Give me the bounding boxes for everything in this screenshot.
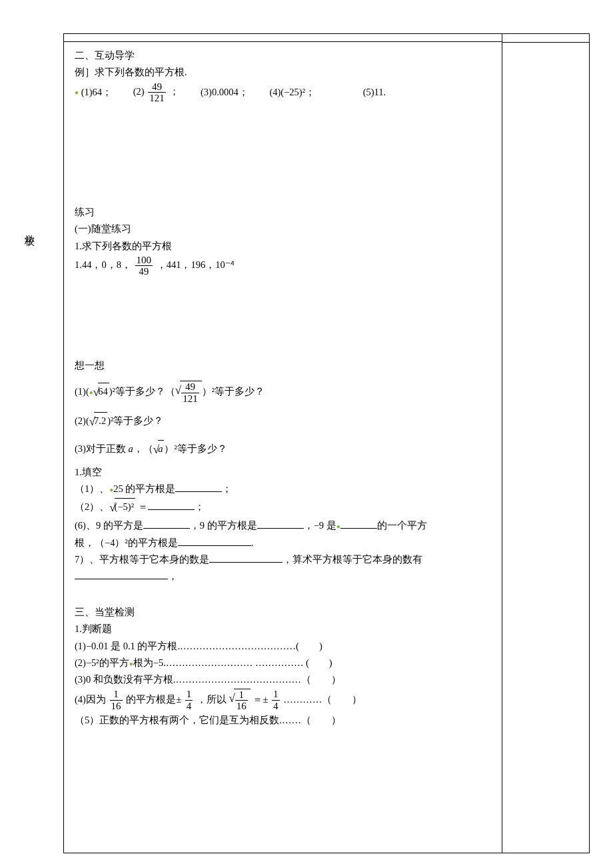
frac-num: 1 bbox=[185, 689, 193, 701]
fill-1: （1）、●25 的平方根是； bbox=[75, 481, 495, 497]
ex-item-3: (3)0.0004； bbox=[201, 84, 249, 101]
judge-5: （5）正数的平方根有两个，它们是互为相反数.……（ ） bbox=[75, 712, 495, 729]
practice-list-pre: 1.44，0，8， bbox=[75, 259, 131, 270]
fill-2: （2）、(−5)² ＝； bbox=[75, 498, 495, 518]
fill-7-c: ， bbox=[168, 571, 178, 581]
example-label: 例］求下列各数的平方根. bbox=[75, 64, 495, 81]
ex-item-5: (5)11. bbox=[363, 84, 386, 101]
fraction-1-16: 116 bbox=[235, 689, 248, 712]
fill-7-line2: ， bbox=[75, 568, 495, 585]
think-q1-c: ）²等于多少？ bbox=[202, 386, 265, 397]
think-q1-b: )²等于多少？（ bbox=[109, 386, 175, 397]
fraction-1-4: 14 bbox=[185, 689, 193, 711]
section-3-heading: 三、当堂检测 bbox=[75, 604, 495, 621]
fill-1-b: 25 的平方根是 bbox=[113, 483, 175, 494]
blank bbox=[340, 519, 377, 529]
fill-6-c: ，−9 是 bbox=[304, 520, 336, 531]
frac-den: 121 bbox=[148, 93, 166, 104]
section-2-heading: 二、互动导学 bbox=[75, 47, 495, 64]
think-q3-a: (3)对于正数 bbox=[75, 443, 129, 454]
ex-item-4: (4)(−25)²； bbox=[269, 84, 315, 101]
spacer bbox=[75, 404, 495, 412]
j4-b: 的平方根是± bbox=[126, 693, 181, 704]
fraction-49-121: 49121 bbox=[181, 381, 199, 404]
frac-den: 4 bbox=[272, 701, 280, 712]
frac-den: 49 bbox=[135, 266, 153, 277]
fill-6-d: 的一个平方 bbox=[377, 520, 427, 531]
blank bbox=[75, 570, 168, 579]
radicand: a bbox=[158, 440, 164, 457]
think-q3-b: ，（ bbox=[133, 443, 153, 454]
margin-label-text: 学校 bbox=[25, 227, 35, 229]
sqrt-1-16: 116 bbox=[229, 689, 251, 712]
judge-sub: 1.判断题 bbox=[75, 621, 495, 637]
frac-num: 1 bbox=[235, 689, 248, 701]
think-heading: 想一想 bbox=[75, 357, 495, 374]
practice-p1: 1.求下列各数的平方根 bbox=[75, 238, 495, 255]
margin-label-school: 学校 bbox=[23, 227, 36, 229]
blank bbox=[175, 483, 222, 492]
fill-6-line1: (6)、9 的平方是，9 的平方根是，−9 是●的一个平方 bbox=[75, 517, 495, 534]
fill-7-a: 7）、平方根等于它本身的数是 bbox=[75, 554, 209, 565]
think-q1-a: (1)( bbox=[75, 386, 89, 397]
spacer bbox=[75, 104, 495, 204]
page-frame: 二、互动导学 例］求下列各数的平方根. ● (1)64； (2) 49 121 … bbox=[63, 33, 590, 853]
fill-2-b: ＝ bbox=[135, 501, 148, 512]
judge-2: (2)−5²的平方●根为−5.……………………… …………… ( ) bbox=[75, 655, 495, 671]
spacer bbox=[75, 277, 495, 357]
fraction-1-4: 14 bbox=[272, 689, 280, 711]
j4-d: ＝± bbox=[253, 693, 268, 704]
judge-3: (3)0 和负数没有平方根.…………………………………（ ） bbox=[75, 671, 495, 688]
think-q3-c: ）²等于多少？ bbox=[164, 443, 227, 454]
frac-num: 49 bbox=[181, 381, 199, 393]
fraction-49-121: 49 121 bbox=[148, 81, 166, 104]
fill-6-f: . bbox=[251, 537, 254, 548]
sqrt-49-121: 49121 bbox=[175, 381, 202, 404]
think-q2-b: )²等于多少？ bbox=[107, 415, 163, 426]
fill-7-b: ，算术平方根等于它本身的数有 bbox=[283, 554, 422, 565]
main-column: 二、互动导学 例］求下列各数的平方根. ● (1)64； (2) 49 121 … bbox=[64, 34, 502, 853]
fraction-100-49: 100 49 bbox=[135, 255, 153, 277]
example-items: ● (1)64； (2) 49 121 ； (3)0.0004； (4)(−25… bbox=[75, 81, 495, 104]
judge-2-text: (2)−5²的平方 bbox=[75, 657, 129, 668]
fill-heading: 1.填空 bbox=[75, 464, 495, 481]
sqrt-neg5sq: (−5)² bbox=[109, 498, 135, 518]
fill-6-line2: 根，（−4）²的平方根是. bbox=[75, 535, 495, 551]
blank bbox=[209, 553, 283, 563]
practice-heading: 练习 bbox=[75, 204, 495, 221]
side-column bbox=[502, 42, 589, 853]
blank bbox=[148, 501, 195, 510]
practice-sub: (一)随堂练习 bbox=[75, 221, 495, 237]
fill-1-c: ； bbox=[222, 483, 232, 494]
j4-a: (4)因为 bbox=[75, 693, 106, 704]
fill-7-line1: 7）、平方根等于它本身的数是，算术平方根等于它本身的数有 bbox=[75, 551, 495, 568]
j4-e: …………（ ） bbox=[283, 693, 362, 704]
think-q1: (1)(●64)²等于多少？（49121）²等于多少？ bbox=[75, 381, 495, 404]
frac-num: 49 bbox=[148, 81, 166, 93]
sqrt-a: a bbox=[153, 440, 165, 460]
fill-1-a: （1）、 bbox=[75, 483, 109, 494]
frac-num: 1 bbox=[272, 689, 280, 701]
sqrt-64: 64 bbox=[93, 383, 109, 403]
sqrt-7-2: 7.2 bbox=[89, 412, 107, 432]
think-q2: (2)(7.2)²等于多少？ bbox=[75, 412, 495, 432]
think-q3: (3)对于正数 a，（a）²等于多少？ bbox=[75, 440, 495, 460]
blank bbox=[143, 519, 190, 529]
radicand: (−5)² bbox=[115, 498, 135, 515]
ex-item-2-post: ； bbox=[169, 86, 179, 97]
radicand: 64 bbox=[98, 383, 109, 400]
practice-list-post: ，441，196，10⁻⁴ bbox=[157, 259, 235, 270]
frac-num: 1 bbox=[110, 689, 123, 701]
radicand: 7.2 bbox=[94, 412, 107, 429]
fill-6-e: 根，（−4）²的平方根是 bbox=[75, 537, 178, 548]
frac-den: 121 bbox=[181, 393, 199, 405]
ex-item-1: (1)64； bbox=[81, 84, 112, 101]
fraction-1-16: 116 bbox=[110, 689, 123, 711]
blank bbox=[257, 519, 304, 529]
think-q2-a: (2)( bbox=[75, 415, 89, 426]
judge-2-rest: 根为−5.……………………… …………… ( ) bbox=[133, 657, 332, 668]
var-a: a bbox=[129, 443, 133, 454]
spacer bbox=[75, 585, 495, 604]
header-divider bbox=[64, 34, 502, 42]
frac-den: 4 bbox=[185, 701, 193, 712]
